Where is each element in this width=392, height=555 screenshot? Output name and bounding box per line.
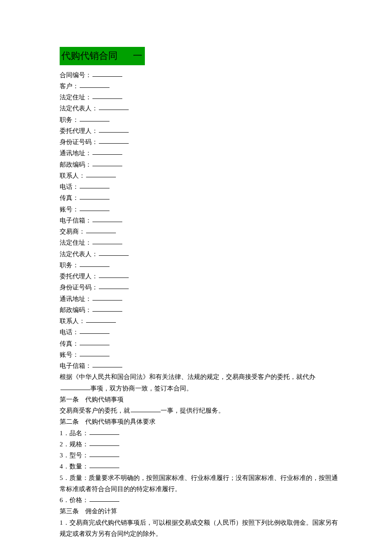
blank-field xyxy=(89,495,119,502)
field-label: 身份证号码： xyxy=(60,139,98,145)
blank-field xyxy=(89,428,119,435)
form-field: 委托代理人： xyxy=(60,125,341,136)
field-label: 传真： xyxy=(60,194,79,201)
field-label: 职务： xyxy=(60,262,79,269)
blank-field xyxy=(92,294,122,301)
form-field: 合同编号： xyxy=(60,69,341,81)
form-field: 职务： xyxy=(60,114,341,125)
form-field: 邮政编码： xyxy=(60,304,341,315)
field-label: 电话： xyxy=(60,183,79,190)
field-label: 身份证号码： xyxy=(60,284,98,291)
form-field: 职务： xyxy=(60,260,341,271)
field-label: 法定住址： xyxy=(60,239,92,246)
customer-fields-block: 合同编号：客户：法定住址：法定代表人：职务：委托代理人：身份证号码：通讯地址：邮… xyxy=(60,69,341,372)
blank-field xyxy=(92,70,122,77)
form-field: 联系人： xyxy=(60,315,341,327)
field-label: 委托代理人： xyxy=(60,273,98,280)
form-field: 联系人： xyxy=(60,170,341,181)
item-label: 4．数量： xyxy=(60,463,89,470)
field-label: 客户： xyxy=(60,83,79,90)
blank-field xyxy=(80,260,110,267)
blank-field xyxy=(99,104,129,110)
field-label: 邮政编码： xyxy=(60,161,92,168)
blank-field xyxy=(80,81,110,88)
form-field: 法定住址： xyxy=(60,237,341,248)
blank-field xyxy=(86,171,116,177)
blank-field xyxy=(86,316,116,323)
blank-field xyxy=(92,216,122,222)
field-label: 联系人： xyxy=(60,172,85,179)
blank-field xyxy=(92,148,122,155)
title-main: 代购代销合同 xyxy=(61,50,118,61)
form-field: 法定代表人： xyxy=(60,249,341,260)
article2-item: 2．规格： xyxy=(60,439,341,450)
form-field: 客户： xyxy=(60,81,341,92)
form-field: 账号： xyxy=(60,349,341,360)
article1-after: 一事，提供行纪服务。 xyxy=(161,407,225,414)
blank-field xyxy=(99,249,129,256)
blank-field xyxy=(131,406,161,412)
article3-item1: 1．交易商完成代购代销事项后，可以根据交易成交额（人民币）按照下列比例收取佣金。… xyxy=(60,517,341,540)
blank-field xyxy=(80,350,110,356)
blank-field xyxy=(99,283,129,289)
form-field: 法定代表人： xyxy=(60,103,341,114)
blank-field xyxy=(99,126,129,133)
blank-field xyxy=(99,137,129,144)
field-label: 传真： xyxy=(60,340,79,347)
form-field: 电话： xyxy=(60,181,341,192)
blank-field xyxy=(86,227,116,233)
field-label: 账号： xyxy=(60,351,79,358)
form-field: 邮政编码： xyxy=(60,159,341,170)
blank-field xyxy=(80,115,110,121)
blank-field xyxy=(80,193,110,199)
article1-title: 第一条 代购代销事项 xyxy=(60,394,341,405)
blank-field xyxy=(89,439,119,446)
article1-before: 交易商受客户的委托，就 xyxy=(60,407,130,414)
field-label: 委托代理人： xyxy=(60,127,98,134)
form-field: 电子信箱： xyxy=(60,215,341,226)
blank-field xyxy=(89,451,119,457)
blank-field xyxy=(92,160,122,166)
field-label: 邮政编码： xyxy=(60,306,92,313)
field-label: 账号： xyxy=(60,206,79,213)
blank-field xyxy=(89,462,119,468)
article2-item: 1．品名： xyxy=(60,428,341,439)
field-label: 联系人： xyxy=(60,318,85,324)
form-field: 通讯地址： xyxy=(60,147,341,159)
field-label: 法定代表人： xyxy=(60,105,98,112)
article2-item5: 5．质量：质量要求不明确的，按照国家标准、行业标准履行；没有国家标准、行业标准的… xyxy=(60,472,341,495)
item-label: 3．型号： xyxy=(60,452,89,459)
blank-field xyxy=(92,361,122,367)
title-suffix: 一 xyxy=(133,50,142,61)
blank-field xyxy=(80,339,110,345)
blank-field xyxy=(92,92,122,99)
form-field: 账号： xyxy=(60,204,341,215)
form-field: 通讯地址： xyxy=(60,293,341,304)
article2-item6: 6．价格： xyxy=(60,494,341,506)
form-field: 法定住址： xyxy=(60,92,341,103)
preamble: 根据《中华人民共和国合同法》和有关法律、法规的规定，交易商接受客户的委托，就代办… xyxy=(60,371,341,394)
form-field: 身份证号码： xyxy=(60,282,341,293)
form-field: 传真： xyxy=(60,192,341,203)
field-label: 通讯地址： xyxy=(60,295,92,302)
blank-field xyxy=(80,182,110,188)
field-label: 电话： xyxy=(60,329,79,335)
form-field: 电子信箱： xyxy=(60,360,341,371)
preamble-after: 事项，双方协商一致，签订本合同。 xyxy=(90,385,193,392)
article2-title: 第二条 代购代销事项的具体要求 xyxy=(60,416,341,427)
field-label: 电子信箱： xyxy=(60,217,92,224)
field-label: 通讯地址： xyxy=(60,150,92,156)
preamble-before: 根据《中华人民共和国合同法》和有关法律、法规的规定，交易商接受客户的委托，就代办 xyxy=(60,373,315,380)
blank-field xyxy=(80,205,110,211)
article2-item6-label: 6．价格： xyxy=(60,497,89,503)
form-field: 电话： xyxy=(60,327,341,338)
form-field: 身份证号码： xyxy=(60,136,341,147)
article2-item: 4．数量： xyxy=(60,461,341,472)
field-label: 电子信箱： xyxy=(60,362,92,369)
article2-items-block: 1．品名：2．规格：3．型号：4．数量： xyxy=(60,428,341,472)
field-label: 交易商： xyxy=(60,228,85,235)
form-field: 传真： xyxy=(60,338,341,349)
article1-body: 交易商受客户的委托，就一事，提供行纪服务。 xyxy=(60,405,341,416)
item-label: 2．规格： xyxy=(60,441,89,448)
blank-field xyxy=(61,384,90,390)
